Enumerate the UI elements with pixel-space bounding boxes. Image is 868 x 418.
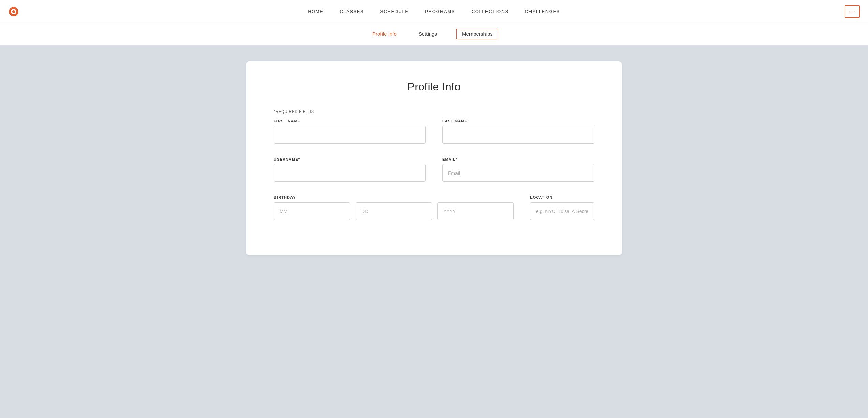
location-label: LOCATION bbox=[530, 195, 594, 199]
top-navigation: HOME CLASSES SCHEDULE PROGRAMS COLLECTIO… bbox=[0, 0, 868, 23]
location-input[interactable] bbox=[530, 202, 594, 220]
last-name-group: LAST NAME bbox=[442, 119, 594, 144]
last-name-label: LAST NAME bbox=[442, 119, 594, 123]
required-note: *REQUIRED FIELDS bbox=[274, 109, 594, 114]
username-email-row: USERNAME* EMAIL* bbox=[274, 157, 594, 182]
nav-home[interactable]: HOME bbox=[308, 9, 323, 14]
profile-card: Profile Info *REQUIRED FIELDS FIRST NAME… bbox=[246, 61, 622, 255]
nav-collections[interactable]: COLLECTIONS bbox=[472, 9, 509, 14]
nav-challenges[interactable]: CHALLENGES bbox=[525, 9, 560, 14]
nav-schedule[interactable]: SCHEDULE bbox=[380, 9, 408, 14]
username-input[interactable] bbox=[274, 164, 426, 182]
tab-profile-info[interactable]: Profile Info bbox=[370, 30, 400, 38]
email-input[interactable] bbox=[442, 164, 594, 182]
page-title: Profile Info bbox=[274, 80, 594, 93]
location-group: LOCATION bbox=[530, 195, 594, 220]
nav-classes[interactable]: CLASSES bbox=[340, 9, 364, 14]
first-name-group: FIRST NAME bbox=[274, 119, 426, 144]
username-label: USERNAME* bbox=[274, 157, 426, 161]
nav-links: HOME CLASSES SCHEDULE PROGRAMS COLLECTIO… bbox=[308, 9, 560, 14]
name-row: FIRST NAME LAST NAME bbox=[274, 119, 594, 144]
username-group: USERNAME* bbox=[274, 157, 426, 182]
email-group: EMAIL* bbox=[442, 157, 594, 182]
more-menu-button[interactable]: ··· bbox=[845, 5, 860, 18]
first-name-input[interactable] bbox=[274, 126, 426, 144]
tab-settings[interactable]: Settings bbox=[416, 30, 440, 38]
first-name-label: FIRST NAME bbox=[274, 119, 426, 123]
birthday-inputs bbox=[274, 202, 514, 220]
last-name-input[interactable] bbox=[442, 126, 594, 144]
main-content: Profile Info *REQUIRED FIELDS FIRST NAME… bbox=[0, 45, 868, 418]
birthday-mm-input[interactable] bbox=[274, 202, 350, 220]
email-label: EMAIL* bbox=[442, 157, 594, 161]
birthday-location-row: BIRTHDAY LOCATION bbox=[274, 195, 594, 220]
birthday-dd-input[interactable] bbox=[356, 202, 432, 220]
birthday-group: BIRTHDAY bbox=[274, 195, 514, 220]
logo[interactable] bbox=[8, 6, 19, 17]
tab-memberships[interactable]: Memberships bbox=[456, 29, 498, 39]
birthday-label: BIRTHDAY bbox=[274, 195, 514, 199]
svg-point-0 bbox=[12, 10, 15, 13]
sub-navigation: Profile Info Settings Memberships bbox=[0, 23, 868, 45]
birthday-yyyy-input[interactable] bbox=[437, 202, 514, 220]
nav-programs[interactable]: PROGRAMS bbox=[425, 9, 455, 14]
